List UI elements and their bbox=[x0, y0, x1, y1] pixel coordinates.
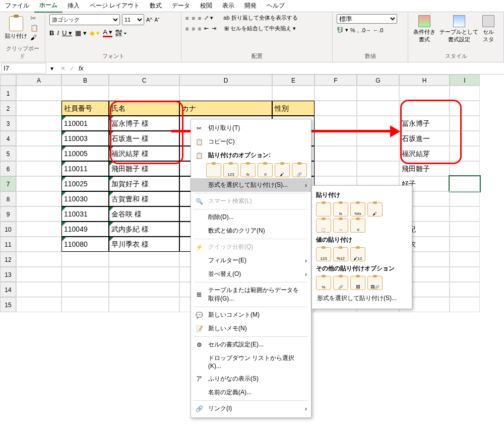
copy-icon[interactable]: 📋 bbox=[30, 24, 38, 32]
cell-F2[interactable] bbox=[314, 101, 357, 116]
sub-paste-picture-icon[interactable]: 🖼 bbox=[350, 276, 365, 290]
col-head-G[interactable]: G bbox=[357, 75, 399, 86]
cell-C4[interactable]: 石坂進一 様 bbox=[109, 131, 179, 146]
ctx-copy[interactable]: 📋コピー(C) bbox=[191, 135, 311, 149]
sub-paste-link-icon[interactable]: 🔗 bbox=[333, 276, 348, 290]
align-top-icon[interactable]: ≡ bbox=[185, 15, 188, 21]
cell-A15[interactable] bbox=[16, 297, 61, 312]
col-head-E[interactable]: E bbox=[272, 75, 314, 86]
cut-icon[interactable]: ✂ bbox=[30, 14, 38, 22]
cell-A1[interactable] bbox=[16, 86, 61, 101]
wrap-text-button[interactable]: ab 折り返して全体を表示する bbox=[223, 14, 297, 22]
cell-B13[interactable] bbox=[61, 267, 109, 282]
ctx-get-data[interactable]: ⊞テーブルまたは範囲からデータを取得(G)... bbox=[191, 283, 311, 306]
cell-I12[interactable] bbox=[450, 252, 480, 267]
tab-ファイル[interactable]: ファイル bbox=[0, 0, 34, 12]
cell-C15[interactable] bbox=[109, 297, 179, 312]
comma-icon[interactable]: , bbox=[357, 27, 359, 33]
col-head-C[interactable]: C bbox=[109, 75, 179, 86]
tab-ページ レイアウト[interactable]: ページ レイアウト bbox=[85, 0, 145, 12]
paste-button[interactable]: 貼り付け bbox=[4, 15, 28, 41]
row-head-4[interactable]: 4 bbox=[0, 131, 16, 146]
cell-C13[interactable] bbox=[109, 267, 179, 282]
cell-style-button[interactable]: セル スタ bbox=[481, 14, 495, 44]
cell-B1[interactable] bbox=[61, 86, 109, 101]
cell-A10[interactable] bbox=[16, 222, 61, 237]
cell-H3[interactable]: 冨永博子 bbox=[399, 116, 450, 131]
cell-G2[interactable] bbox=[357, 101, 399, 116]
ctx-filter[interactable]: フィルター(E)› bbox=[191, 254, 311, 267]
row-head-2[interactable]: 2 bbox=[0, 101, 16, 116]
paste-formulas-icon[interactable]: fx bbox=[240, 163, 256, 177]
cell-B6[interactable]: 110011 bbox=[61, 161, 109, 176]
table-format-button[interactable]: テーブルとして 書式設定 bbox=[438, 14, 479, 44]
format-painter-icon[interactable]: 🖌 bbox=[30, 34, 38, 41]
col-head-A[interactable]: A bbox=[16, 75, 61, 86]
ctx-paste-special[interactable]: 形式を選択して貼り付け(S)...› bbox=[191, 178, 311, 192]
cell-F1[interactable] bbox=[314, 86, 357, 101]
cell-B9[interactable]: 110031 bbox=[61, 206, 109, 222]
number-format-select[interactable]: 標準 bbox=[337, 14, 397, 24]
dec-decimal-icon[interactable]: ←.0 bbox=[373, 27, 383, 33]
cell-C12[interactable] bbox=[109, 252, 179, 267]
cell-F5[interactable] bbox=[314, 146, 357, 161]
paste-all-icon[interactable] bbox=[206, 163, 221, 177]
cell-F4[interactable] bbox=[314, 131, 357, 146]
cell-A7[interactable] bbox=[16, 176, 61, 191]
cell-I10[interactable] bbox=[450, 222, 480, 237]
ctx-cut[interactable]: ✂切り取り(T) bbox=[191, 121, 311, 135]
cell-B10[interactable]: 110049 bbox=[61, 222, 109, 237]
cell-I7[interactable] bbox=[450, 176, 480, 191]
cell-A6[interactable] bbox=[16, 161, 61, 176]
name-box[interactable] bbox=[1, 63, 46, 74]
cell-F6[interactable] bbox=[314, 161, 357, 176]
cond-format-button[interactable]: 条件付き 書式 bbox=[412, 14, 436, 44]
cell-B8[interactable]: 110030 bbox=[61, 191, 109, 206]
cell-A11[interactable] bbox=[16, 237, 61, 252]
cell-A12[interactable] bbox=[16, 252, 61, 267]
cell-B14[interactable] bbox=[61, 282, 109, 297]
cell-H1[interactable] bbox=[399, 86, 450, 101]
paste-formatting-icon[interactable]: 🖌 bbox=[275, 163, 290, 177]
cell-G4[interactable] bbox=[357, 131, 399, 146]
ctx-define-name[interactable]: 名前の定義(A)... bbox=[191, 386, 311, 399]
tab-ホーム[interactable]: ホーム bbox=[34, 0, 62, 13]
cell-B15[interactable] bbox=[61, 297, 109, 312]
ctx-sort[interactable]: 並べ替え(O)› bbox=[191, 267, 311, 281]
cell-C5[interactable]: 福沢結芽 様 bbox=[109, 146, 179, 161]
row-head-8[interactable]: 8 bbox=[0, 191, 16, 206]
cell-C1[interactable] bbox=[109, 86, 179, 101]
cell-C2[interactable]: 氏名 bbox=[109, 101, 179, 116]
indent-inc-icon[interactable]: ⇥ bbox=[212, 25, 216, 32]
tab-ヘルプ[interactable]: ヘルプ bbox=[262, 0, 290, 12]
cell-D1[interactable] bbox=[179, 86, 272, 101]
enter-icon[interactable]: ✓ bbox=[70, 65, 75, 72]
sub-paste-formulas-icon[interactable]: fx bbox=[333, 202, 348, 216]
cell-A2[interactable] bbox=[16, 101, 61, 116]
ctx-link[interactable]: 🔗リンク(I)› bbox=[191, 402, 311, 415]
cell-C11[interactable]: 早川季衣 様 bbox=[109, 237, 179, 252]
cell-A3[interactable] bbox=[16, 116, 61, 131]
font-color-button[interactable]: A ▾ bbox=[103, 28, 112, 37]
cell-H5[interactable]: 福沢結芽 bbox=[399, 146, 450, 161]
cell-I1[interactable] bbox=[450, 86, 480, 101]
row-head-3[interactable]: 3 bbox=[0, 116, 16, 131]
paste-values-icon[interactable]: 123 bbox=[223, 163, 238, 177]
sub-paste-format-icon[interactable]: % bbox=[316, 276, 331, 290]
row-head-5[interactable]: 5 bbox=[0, 146, 16, 161]
row-head-12[interactable]: 12 bbox=[0, 252, 16, 267]
merge-center-button[interactable]: ⊞ セルを結合して中央揃え ▾ bbox=[224, 25, 296, 32]
decrease-font-icon[interactable]: A˘ bbox=[155, 17, 160, 23]
cell-C7[interactable]: 加賀好子 様 bbox=[109, 176, 179, 191]
cell-B2[interactable]: 社員番号 bbox=[61, 101, 109, 116]
ctx-furigana[interactable]: アふりがなの表示(S) bbox=[191, 372, 311, 386]
cell-I6[interactable] bbox=[450, 161, 480, 176]
row-head-7[interactable]: 7 bbox=[0, 176, 16, 191]
cell-A14[interactable] bbox=[16, 282, 61, 297]
cell-D2[interactable]: カナ bbox=[179, 101, 272, 116]
cell-I8[interactable] bbox=[450, 191, 480, 206]
sub-paste-formula-numfmt-icon[interactable]: %fx bbox=[350, 202, 365, 216]
cell-C9[interactable]: 金谷咲 様 bbox=[109, 206, 179, 222]
orientation-icon[interactable]: ⤢ ▾ bbox=[204, 15, 213, 21]
row-head-14[interactable]: 14 bbox=[0, 282, 16, 297]
